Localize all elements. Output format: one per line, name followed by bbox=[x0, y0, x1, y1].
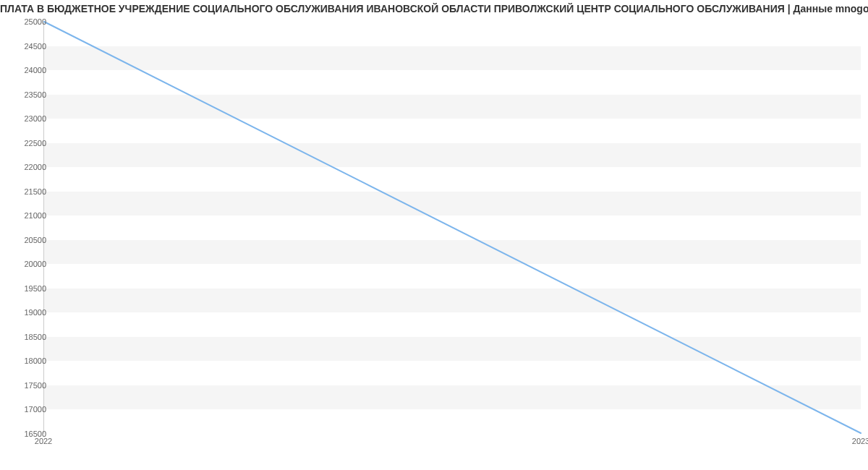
x-tick-label: 2023 bbox=[852, 437, 868, 445]
y-tick-label: 20000 bbox=[7, 260, 46, 268]
y-tick-label: 18000 bbox=[7, 356, 46, 365]
plot-area bbox=[43, 22, 861, 434]
y-tick-label: 22500 bbox=[7, 139, 46, 148]
y-tick-label: 22000 bbox=[7, 163, 46, 171]
line-layer bbox=[44, 22, 861, 433]
y-tick-label: 19500 bbox=[7, 284, 46, 293]
series-line bbox=[44, 22, 861, 433]
y-tick-label: 25000 bbox=[7, 17, 46, 26]
y-tick-label: 24000 bbox=[7, 66, 46, 74]
y-tick-label: 17500 bbox=[7, 381, 46, 390]
chart-title: ПЛАТА В БЮДЖЕТНОЕ УЧРЕЖДЕНИЕ СОЦИАЛЬНОГО… bbox=[0, 3, 868, 14]
x-tick-label: 2022 bbox=[35, 437, 52, 445]
y-tick-label: 21000 bbox=[7, 211, 46, 220]
y-tick-label: 23500 bbox=[7, 90, 46, 99]
y-tick-label: 24500 bbox=[7, 42, 46, 51]
y-tick-label: 20500 bbox=[7, 236, 46, 244]
y-tick-label: 18500 bbox=[7, 333, 46, 341]
y-tick-label: 19000 bbox=[7, 308, 46, 317]
chart-container: ПЛАТА В БЮДЖЕТНОЕ УЧРЕЖДЕНИЕ СОЦИАЛЬНОГО… bbox=[0, 0, 868, 470]
y-tick-label: 21500 bbox=[7, 187, 46, 196]
y-tick-label: 23000 bbox=[7, 114, 46, 123]
y-tick-label: 17000 bbox=[7, 405, 46, 414]
